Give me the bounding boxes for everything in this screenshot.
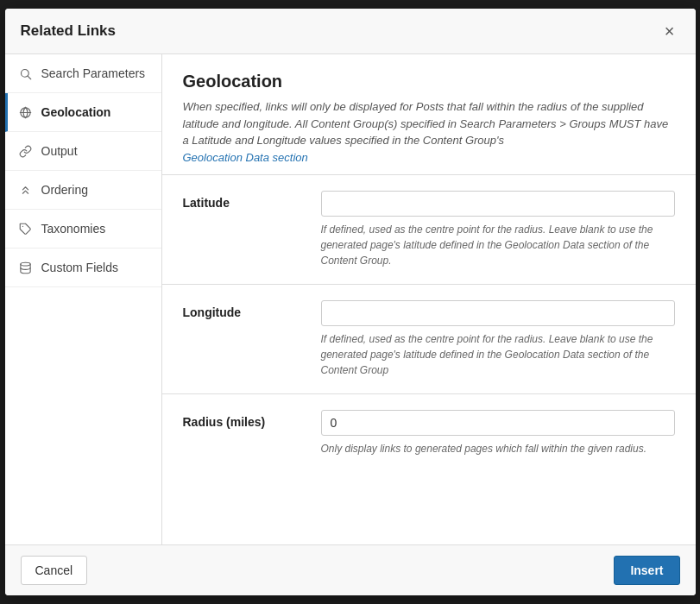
latitude-input[interactable] <box>321 191 675 217</box>
sidebar-item-ordering[interactable]: Ordering <box>5 171 161 210</box>
longitude-label: Longitude <box>183 300 304 319</box>
sidebar-item-label: Taxonomies <box>41 222 106 236</box>
svg-line-1 <box>28 76 30 79</box>
sidebar-item-label: Search Parameters <box>41 66 146 80</box>
content-description: When specified, links will only be displ… <box>183 98 675 166</box>
content-header: Geolocation When specified, links will o… <box>162 54 696 174</box>
insert-button[interactable]: Insert <box>614 556 679 585</box>
geolocation-data-link[interactable]: Geolocation Data section <box>183 151 308 164</box>
latitude-label: Latitude <box>183 191 304 210</box>
tag-icon <box>19 222 33 236</box>
sidebar-item-output[interactable]: Output <box>5 132 161 171</box>
sidebar-item-label: Geolocation <box>41 105 111 119</box>
svg-point-4 <box>21 262 30 266</box>
close-button[interactable]: × <box>659 21 680 41</box>
sidebar-item-custom-fields[interactable]: Custom Fields <box>5 249 161 287</box>
longitude-input[interactable] <box>321 300 675 326</box>
database-icon <box>19 261 33 274</box>
radius-field-right: Only display links to generated pages wh… <box>321 410 675 456</box>
related-links-modal: Related Links × Search Parameters <box>5 9 696 595</box>
radius-input[interactable] <box>321 410 675 436</box>
modal-footer: Cancel Insert <box>5 544 696 595</box>
content-desc-text: When specified, links will only be displ… <box>183 100 669 147</box>
longitude-field-right: If defined, used as the centre point for… <box>321 300 675 378</box>
sidebar-item-geolocation[interactable]: Geolocation <box>5 93 161 132</box>
content-area: Geolocation When specified, links will o… <box>162 54 696 544</box>
content-title: Geolocation <box>183 72 675 91</box>
modal-title: Related Links <box>21 22 117 40</box>
latitude-help: If defined, used as the centre point for… <box>321 222 675 268</box>
sidebar-item-label: Output <box>41 144 78 158</box>
sidebar: Search Parameters Geolocation Output <box>5 54 162 544</box>
radius-help: Only display links to generated pages wh… <box>321 441 675 456</box>
globe-icon <box>19 105 33 119</box>
latitude-section: Latitude If defined, used as the centre … <box>162 174 696 284</box>
sidebar-item-search-parameters[interactable]: Search Parameters <box>5 54 161 93</box>
radius-label: Radius (miles) <box>183 410 304 429</box>
modal-body: Search Parameters Geolocation Output <box>5 54 696 544</box>
radius-section: Radius (miles) Only display links to gen… <box>162 393 696 472</box>
cancel-button[interactable]: Cancel <box>21 556 88 585</box>
link-icon <box>19 144 33 158</box>
modal-header: Related Links × <box>5 9 696 54</box>
longitude-section: Longitude If defined, used as the centre… <box>162 284 696 393</box>
ordering-icon <box>19 183 33 197</box>
sidebar-item-label: Ordering <box>41 183 88 197</box>
longitude-help: If defined, used as the centre point for… <box>321 331 675 378</box>
latitude-field-right: If defined, used as the centre point for… <box>321 191 675 268</box>
search-icon <box>19 66 33 80</box>
sidebar-item-label: Custom Fields <box>41 261 118 274</box>
sidebar-item-taxonomies[interactable]: Taxonomies <box>5 210 161 249</box>
